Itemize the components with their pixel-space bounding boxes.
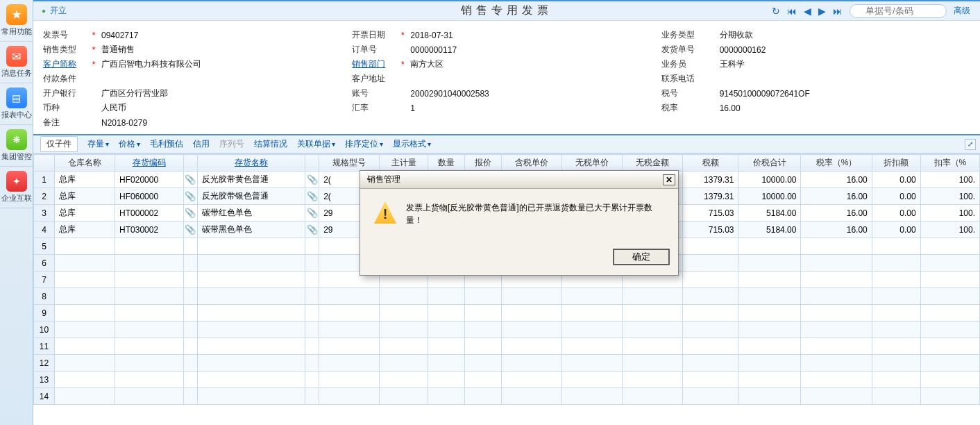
- tool-settle[interactable]: 结算情况: [254, 138, 287, 150]
- table-row[interactable]: 9: [34, 305, 980, 322]
- cell[interactable]: [115, 272, 184, 288]
- attachment-icon[interactable]: 📎: [305, 172, 319, 188]
- cell[interactable]: [561, 222, 622, 238]
- cell[interactable]: [683, 305, 738, 322]
- cell[interactable]: [801, 238, 872, 255]
- cell[interactable]: [465, 338, 502, 355]
- cell[interactable]: [305, 255, 319, 272]
- tool-credit[interactable]: 信用: [193, 138, 210, 150]
- cell[interactable]: [561, 322, 622, 338]
- cell[interactable]: 10000.00: [738, 172, 801, 188]
- form-value[interactable]: 分期收款: [720, 29, 753, 41]
- cell[interactable]: [872, 238, 920, 255]
- cell[interactable]: [428, 255, 465, 272]
- cell[interactable]: [305, 355, 319, 372]
- table-row[interactable]: 8: [34, 288, 980, 305]
- row-number[interactable]: 5: [34, 238, 55, 255]
- column-header[interactable]: 仓库名称: [55, 155, 115, 172]
- cell[interactable]: [501, 338, 561, 355]
- cell[interactable]: [738, 388, 801, 405]
- cell[interactable]: [380, 322, 428, 338]
- cell[interactable]: [501, 372, 561, 388]
- cell[interactable]: [561, 372, 622, 388]
- cell[interactable]: [428, 238, 465, 255]
- column-header[interactable]: 价税合计: [738, 155, 801, 172]
- cell[interactable]: [183, 238, 197, 255]
- cell[interactable]: [465, 255, 502, 272]
- cell[interactable]: 5184.00: [738, 222, 801, 238]
- table-row[interactable]: 2总库HF060000📎反光胶带银色普通📎2(0.691379.3110000.…: [34, 188, 980, 205]
- form-value[interactable]: 20002901040002583: [410, 89, 489, 99]
- cell[interactable]: [319, 305, 380, 322]
- form-value[interactable]: 广西区分行营业部: [101, 88, 168, 99]
- cell[interactable]: 16.00: [801, 205, 872, 222]
- form-label[interactable]: 销售部门: [352, 58, 395, 70]
- cell[interactable]: [197, 288, 305, 305]
- attachment-icon[interactable]: 📎: [305, 205, 319, 222]
- cell[interactable]: HT030002: [115, 222, 184, 238]
- cell[interactable]: 100.: [920, 222, 979, 238]
- cell[interactable]: [197, 255, 305, 272]
- cell[interactable]: [465, 188, 502, 205]
- cell[interactable]: [319, 238, 380, 255]
- cell[interactable]: [683, 355, 738, 372]
- form-value[interactable]: 0000000162: [720, 45, 766, 55]
- cell[interactable]: [380, 305, 428, 322]
- cell[interactable]: [920, 255, 979, 272]
- cell[interactable]: [319, 272, 380, 288]
- cell[interactable]: 16.00: [801, 222, 872, 238]
- cell[interactable]: [683, 338, 738, 355]
- attachment-icon[interactable]: 📎: [305, 222, 319, 238]
- cell[interactable]: [428, 372, 465, 388]
- cell[interactable]: [380, 222, 428, 238]
- row-number[interactable]: 11: [34, 338, 55, 355]
- cell[interactable]: [319, 255, 380, 272]
- cell[interactable]: [428, 305, 465, 322]
- cell[interactable]: 2(: [319, 188, 380, 205]
- tool-stock[interactable]: 存量: [87, 138, 109, 150]
- cell[interactable]: [428, 272, 465, 288]
- cell[interactable]: [183, 388, 197, 405]
- cell[interactable]: [501, 172, 561, 188]
- cell[interactable]: [115, 305, 184, 322]
- column-header[interactable]: 数量: [428, 155, 465, 172]
- cell[interactable]: [55, 255, 115, 272]
- cell[interactable]: 16.00: [801, 172, 872, 188]
- sidebar-item-report[interactable]: ▤报表中心: [0, 83, 33, 125]
- cell[interactable]: 100.: [920, 205, 979, 222]
- cell[interactable]: [380, 288, 428, 305]
- cell[interactable]: [380, 172, 428, 188]
- cell[interactable]: 100.: [920, 172, 979, 188]
- cell[interactable]: [55, 322, 115, 338]
- cell[interactable]: [501, 355, 561, 372]
- column-header[interactable]: 税额: [683, 155, 738, 172]
- cell[interactable]: [380, 255, 428, 272]
- cell[interactable]: [305, 338, 319, 355]
- cell[interactable]: 29: [319, 205, 380, 222]
- cell[interactable]: [428, 172, 465, 188]
- column-header[interactable]: 无税单价: [561, 155, 622, 172]
- cell[interactable]: 0.00: [872, 222, 920, 238]
- sidebar-item-common[interactable]: ★常用功能: [0, 0, 33, 42]
- cell[interactable]: [55, 288, 115, 305]
- table-row[interactable]: 1总库HF020000📎反光胶带黄色普通📎2(0.691379.3110000.…: [34, 172, 980, 188]
- cell[interactable]: 0.69: [622, 188, 682, 205]
- cell[interactable]: [622, 272, 682, 288]
- cell[interactable]: [319, 338, 380, 355]
- form-value[interactable]: N2018-0279: [101, 118, 147, 128]
- cell[interactable]: [501, 205, 561, 222]
- cell[interactable]: [380, 205, 428, 222]
- form-label[interactable]: 客户简称: [43, 58, 86, 70]
- column-header[interactable]: 含税单价: [501, 155, 561, 172]
- cell[interactable]: [920, 288, 979, 305]
- first-icon[interactable]: ⏮: [787, 6, 797, 17]
- next-icon[interactable]: ▶: [818, 6, 826, 17]
- column-header[interactable]: 存货编码: [115, 155, 184, 172]
- cell[interactable]: [183, 322, 197, 338]
- tool-display[interactable]: 显示格式: [393, 138, 431, 150]
- table-row[interactable]: 12: [34, 355, 980, 372]
- cell[interactable]: [197, 305, 305, 322]
- cell[interactable]: 1379.31: [683, 188, 738, 205]
- cell[interactable]: 总库: [55, 205, 115, 222]
- cell[interactable]: [319, 388, 380, 405]
